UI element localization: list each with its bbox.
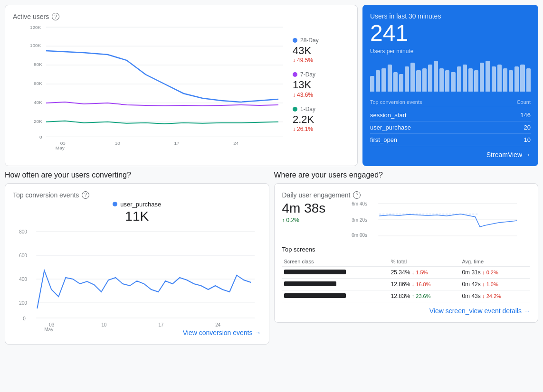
screen-name-0 xyxy=(282,266,389,278)
realtime-title: Users in last 30 minutes xyxy=(370,12,531,20)
conv-dot xyxy=(113,202,117,206)
event-count-purchase: 20 xyxy=(524,124,531,131)
view-conversion-arrow-icon: → xyxy=(255,329,261,336)
screen-row: 12.86% ↓ 16.8% 0m 42s ↓ 1.0% xyxy=(282,278,531,290)
legend-change-28day: ↓ 49.5% xyxy=(293,57,350,64)
svg-text:0: 0 xyxy=(39,134,42,140)
event-name-open: first_open xyxy=(370,136,397,143)
engagement-card-title: Daily user engagement xyxy=(282,191,351,199)
realtime-bar xyxy=(474,70,478,92)
legend-28day: 28-Day 43K ↓ 49.5% xyxy=(293,37,350,64)
legend-dot-1day xyxy=(293,107,297,112)
realtime-bar xyxy=(439,68,444,92)
col-screen-class: Screen class xyxy=(282,257,389,267)
svg-text:400: 400 xyxy=(19,277,27,282)
active-users-title: Active users xyxy=(13,13,49,20)
realtime-bar xyxy=(520,65,524,92)
realtime-bar xyxy=(451,72,455,92)
realtime-bar xyxy=(457,66,461,92)
active-users-chart: 120K 100K 80K 60K 40K 20K 0 xyxy=(13,22,288,142)
conversion-help-icon[interactable]: ? xyxy=(82,191,89,199)
event-count-open: 10 xyxy=(524,136,531,143)
engagement-chart: 6m 40s 3m 20s 0m 00s xyxy=(339,201,531,240)
active-users-card: Active users ? 120K 100K 80K 60K 40K 20K… xyxy=(5,5,358,166)
legend-dot-7day xyxy=(293,72,297,77)
event-name-purchase: user_purchase xyxy=(370,124,411,131)
realtime-count: 241 xyxy=(370,21,531,46)
realtime-bar xyxy=(422,68,427,92)
svg-text:0m 00s: 0m 00s xyxy=(352,233,367,238)
svg-text:6m 40s: 6m 40s xyxy=(352,201,367,206)
view-screen-arrow-icon: → xyxy=(524,307,530,315)
realtime-bar xyxy=(370,76,374,92)
realtime-bar xyxy=(399,74,403,92)
conversion-header-name: Top conversion events xyxy=(370,99,422,105)
engagement-help-icon[interactable]: ? xyxy=(353,191,361,199)
svg-text:May: May xyxy=(56,145,65,150)
realtime-bar xyxy=(410,63,415,92)
svg-text:20K: 20K xyxy=(34,119,42,124)
view-conversion-label: View conversion events xyxy=(183,329,253,336)
realtime-card: Users in last 30 minutes 241 Users per m… xyxy=(362,5,538,166)
svg-text:17: 17 xyxy=(466,238,471,239)
conversion-header-count: Count xyxy=(517,99,531,105)
top-screens-title: Top screens xyxy=(282,246,531,253)
conv-value: 11K xyxy=(13,209,261,224)
conversion-row-open: first_open 10 xyxy=(370,134,531,146)
legend-dot-28day xyxy=(293,38,297,43)
conversion-row-session: session_start 146 xyxy=(370,109,531,121)
svg-text:17: 17 xyxy=(174,140,180,146)
svg-text:17: 17 xyxy=(158,322,164,327)
svg-text:200: 200 xyxy=(19,300,27,306)
event-count-session: 146 xyxy=(520,112,531,119)
view-screen-label: View screen_view event details xyxy=(429,307,522,315)
redacted-bar xyxy=(284,270,346,274)
svg-text:100K: 100K xyxy=(30,43,41,48)
stream-view-arrow-icon: → xyxy=(524,151,531,159)
legend-label-1day: 1-Day xyxy=(300,106,315,112)
screen-row: 25.34% ↓ 1.5% 0m 31s ↓ 0.2% xyxy=(282,266,531,278)
svg-text:40K: 40K xyxy=(34,100,42,105)
conversion-card: Top conversion events ? user_purchase 11… xyxy=(5,183,269,345)
realtime-bar xyxy=(503,68,507,92)
redacted-bar xyxy=(284,293,346,298)
legend-value-7day: 13K xyxy=(293,79,350,91)
svg-text:0: 0 xyxy=(23,316,26,321)
legend-change-1day: ↓ 26.1% xyxy=(293,126,350,132)
legend-value-1day: 2.2K xyxy=(293,113,350,126)
realtime-bar xyxy=(492,66,496,92)
svg-text:3m 20s: 3m 20s xyxy=(352,217,367,223)
svg-text:600: 600 xyxy=(19,253,27,258)
screen-name-2 xyxy=(282,290,389,302)
realtime-bar xyxy=(509,70,513,92)
redacted-bar xyxy=(284,281,336,286)
realtime-bar xyxy=(445,70,449,92)
legend-label-7day: 7-Day xyxy=(300,71,315,78)
col-avg-time: Avg. time xyxy=(460,257,530,267)
realtime-bar xyxy=(416,70,420,92)
engagement-change: ↑ 0.2% xyxy=(282,217,330,224)
engagement-section: Where are your users engaged? Daily user… xyxy=(274,171,539,345)
svg-text:24: 24 xyxy=(215,322,221,327)
svg-text:60K: 60K xyxy=(34,81,42,86)
realtime-bar xyxy=(376,70,380,92)
screen-pct-0: 25.34% ↓ 1.5% xyxy=(389,266,460,278)
svg-text:10: 10 xyxy=(115,140,121,146)
screen-avg-2: 0m 43s ↓ 24.2% xyxy=(460,290,530,302)
screen-name-1 xyxy=(282,278,389,290)
view-screen-link[interactable]: View screen_view event details → xyxy=(282,307,531,315)
realtime-bar xyxy=(463,65,467,92)
active-users-legend: 28-Day 43K ↓ 49.5% 7-Day 13K ↓ xyxy=(293,22,350,142)
legend-value-28day: 43K xyxy=(293,45,350,57)
col-pct-total: % total xyxy=(389,257,460,267)
arrow-down-28day: ↓ xyxy=(293,57,295,64)
stream-view-link[interactable]: StreamView → xyxy=(370,151,531,159)
event-name-session: session_start xyxy=(370,112,407,119)
conversion-card-title: Top conversion events xyxy=(13,191,79,199)
svg-text:800: 800 xyxy=(19,229,27,234)
conversion-table: Top conversion events Count session_star… xyxy=(370,97,531,146)
realtime-bar xyxy=(526,68,531,92)
realtime-bar xyxy=(486,61,490,92)
active-users-help-icon[interactable]: ? xyxy=(52,13,59,20)
arrow-down-1day: ↓ xyxy=(293,126,295,132)
